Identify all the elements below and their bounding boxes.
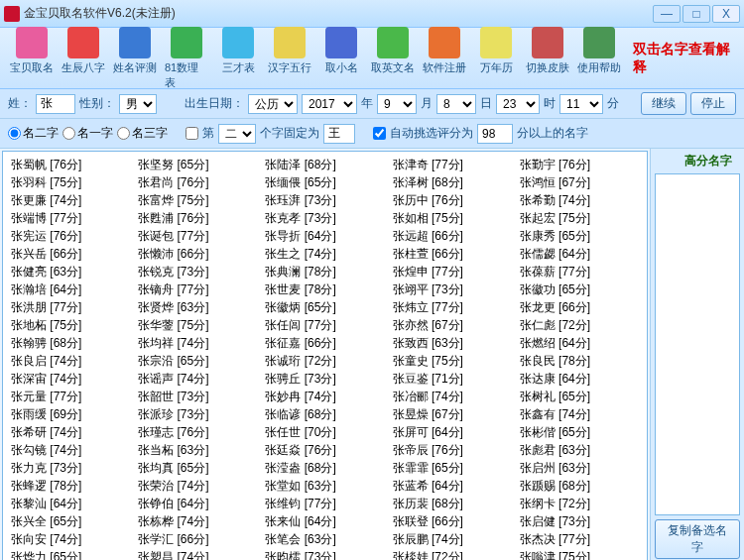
name-item[interactable]: 张学汇 [66分]	[134, 530, 261, 548]
name-item[interactable]: 张堂如 [63分]	[261, 477, 388, 495]
name-item[interactable]: 张启州 [63分]	[516, 459, 643, 477]
name-item[interactable]: 张翊平 [73分]	[389, 280, 516, 298]
name-item[interactable]: 张葆薪 [77分]	[516, 263, 643, 280]
name-item[interactable]: 张煌申 [77分]	[389, 263, 516, 280]
name-item[interactable]: 张滢盎 [68分]	[261, 459, 388, 477]
name-item[interactable]: 张任世 [70分]	[261, 423, 388, 441]
name-item[interactable]: 张雨缓 [69分]	[7, 405, 134, 423]
name-item[interactable]: 张洪朋 [77分]	[7, 298, 134, 316]
toolbar-1[interactable]: 生辰八字	[58, 25, 109, 92]
name-item[interactable]: 张鸿恒 [67分]	[516, 173, 643, 191]
name-item[interactable]: 张典澜 [78分]	[261, 263, 388, 280]
name-item[interactable]: 张陆泽 [68分]	[261, 156, 388, 173]
name-item[interactable]: 张亦然 [67分]	[389, 316, 516, 334]
gender-select[interactable]: 男	[119, 94, 157, 114]
calendar-select[interactable]: 公历	[248, 94, 298, 114]
name-item[interactable]: 张富烨 [75分]	[134, 191, 261, 209]
name-item[interactable]: 张树礼 [65分]	[516, 388, 643, 405]
name-item[interactable]: 张蓝希 [64分]	[389, 477, 516, 495]
toolbar-9[interactable]: 万年历	[470, 25, 522, 92]
name-item[interactable]: 张羽科 [75分]	[7, 173, 134, 191]
toolbar-2[interactable]: 姓名评测	[109, 25, 161, 92]
name-item[interactable]: 张龙更 [66分]	[516, 298, 643, 316]
toolbar-0[interactable]: 宝贝取名	[6, 25, 58, 92]
name-item[interactable]: 张如相 [75分]	[389, 209, 516, 227]
minute-select[interactable]: 11	[559, 94, 603, 114]
name-item[interactable]: 张均祥 [74分]	[134, 334, 261, 352]
name-item[interactable]: 张起宏 [75分]	[516, 209, 643, 227]
name-item[interactable]: 张仁彪 [72分]	[516, 316, 643, 334]
name-item[interactable]: 张诞包 [77分]	[134, 227, 261, 245]
toolbar-3[interactable]: 81数理表	[161, 25, 212, 92]
name-item[interactable]: 张纲卡 [72分]	[516, 495, 643, 512]
name-item[interactable]: 张懒沛 [66分]	[134, 245, 261, 263]
name-item[interactable]: 张镝舟 [77分]	[134, 280, 261, 298]
name-item[interactable]: 张希研 [74分]	[7, 423, 134, 441]
name-item[interactable]: 张坚努 [65分]	[134, 156, 261, 173]
selected-names-box[interactable]	[655, 173, 740, 515]
auto-filter-checkbox[interactable]	[373, 127, 386, 140]
name-item[interactable]: 张端博 [77分]	[7, 209, 134, 227]
continue-button[interactable]: 继续	[641, 92, 686, 115]
toolbar-8[interactable]: 软件注册	[419, 25, 470, 92]
stop-button[interactable]: 停止	[690, 92, 736, 115]
radio-three-char[interactable]: 名三字	[117, 125, 168, 142]
name-item[interactable]: 张健亮 [63分]	[7, 263, 134, 280]
name-item[interactable]: 张燃绍 [64分]	[516, 334, 643, 352]
name-item[interactable]: 张生之 [74分]	[261, 245, 388, 263]
radio-one-char[interactable]: 名一字	[62, 125, 113, 142]
name-item[interactable]: 张儒勰 [64分]	[516, 245, 643, 263]
position-select[interactable]: 二	[218, 124, 256, 144]
name-item[interactable]: 张华蓥 [75分]	[134, 316, 261, 334]
name-item[interactable]: 张瀚培 [64分]	[7, 280, 134, 298]
toolbar-10[interactable]: 切换皮肤	[522, 25, 573, 92]
toolbar-4[interactable]: 三才表	[212, 25, 264, 92]
name-item[interactable]: 张历裴 [68分]	[389, 495, 516, 512]
name-item[interactable]: 张力克 [73分]	[7, 459, 134, 477]
name-item[interactable]: 张杰决 [77分]	[516, 530, 643, 548]
name-item[interactable]: 张黎汕 [64分]	[7, 495, 134, 512]
name-item[interactable]: 张勤宇 [76分]	[516, 156, 643, 173]
name-item[interactable]: 张徽功 [65分]	[516, 280, 643, 298]
name-item[interactable]: 张向安 [74分]	[7, 530, 134, 548]
name-item[interactable]: 张宪运 [76分]	[7, 227, 134, 245]
name-item[interactable]: 张荣治 [74分]	[134, 477, 261, 495]
name-item[interactable]: 张徽炳 [65分]	[261, 298, 388, 316]
name-item[interactable]: 张维钧 [77分]	[261, 495, 388, 512]
name-item[interactable]: 张炜立 [77分]	[389, 298, 516, 316]
name-item[interactable]: 张历中 [76分]	[389, 191, 516, 209]
name-item[interactable]: 张屏可 [64分]	[389, 423, 516, 441]
name-item[interactable]: 张希勤 [74分]	[516, 191, 643, 209]
month-select[interactable]: 9	[377, 94, 417, 114]
minimize-button[interactable]: —	[653, 5, 681, 23]
name-item[interactable]: 张彪君 [63分]	[516, 441, 643, 459]
name-item[interactable]: 张更廉 [74分]	[7, 191, 134, 209]
year-select[interactable]: 2017	[302, 94, 357, 114]
name-item[interactable]: 张深宙 [74分]	[7, 370, 134, 388]
name-item[interactable]: 张瑾志 [76分]	[134, 423, 261, 441]
name-item[interactable]: 张均真 [65分]	[134, 459, 261, 477]
name-item[interactable]: 张谣声 [74分]	[134, 370, 261, 388]
name-item[interactable]: 张克孝 [73分]	[261, 209, 388, 227]
name-item[interactable]: 张派珍 [73分]	[134, 405, 261, 423]
name-item[interactable]: 张致西 [63分]	[389, 334, 516, 352]
radio-two-char[interactable]: 名二字	[8, 125, 59, 142]
toolbar-6[interactable]: 取小名	[315, 25, 367, 92]
name-item[interactable]: 张世麦 [78分]	[261, 280, 388, 298]
name-item[interactable]: 张兴岳 [66分]	[7, 245, 134, 263]
name-item[interactable]: 张栋桦 [74分]	[134, 512, 261, 530]
name-item[interactable]: 张远超 [66分]	[389, 227, 516, 245]
name-item[interactable]: 张良启 [74分]	[7, 352, 134, 370]
name-item[interactable]: 张君尚 [76分]	[134, 173, 261, 191]
name-item[interactable]: 张贤烨 [63分]	[134, 298, 261, 316]
name-item[interactable]: 张笔会 [63分]	[261, 530, 388, 548]
name-item[interactable]: 张骋丘 [73分]	[261, 370, 388, 388]
name-item[interactable]: 张蜀帆 [76分]	[7, 156, 134, 173]
name-item[interactable]: 张铮伯 [64分]	[134, 495, 261, 512]
name-item[interactable]: 张地柘 [75分]	[7, 316, 134, 334]
toolbar-7[interactable]: 取英文名	[367, 25, 419, 92]
name-item[interactable]: 张甦浦 [76分]	[134, 209, 261, 227]
name-item[interactable]: 张勾镜 [74分]	[7, 441, 134, 459]
score-input[interactable]	[477, 124, 513, 144]
name-item[interactable]: 张妙冉 [74分]	[261, 388, 388, 405]
